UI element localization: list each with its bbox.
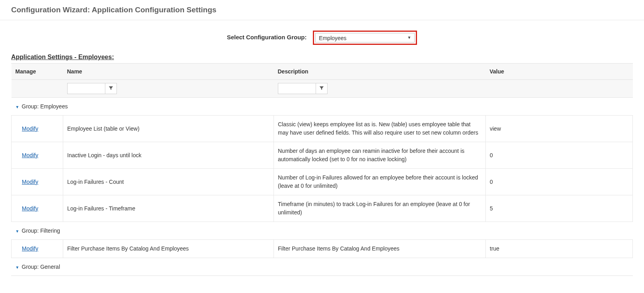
group-title: Group: General xyxy=(22,264,60,270)
modify-link[interactable]: Modify xyxy=(22,179,38,185)
cell-name: Log-in Failures - Timeframe xyxy=(63,195,274,222)
col-header-manage[interactable]: Manage xyxy=(12,64,63,80)
modify-link[interactable]: Modify xyxy=(22,205,38,212)
col-header-value[interactable]: Value xyxy=(486,64,633,80)
section-subheader: Application Settings - Employees: xyxy=(11,54,633,61)
config-group-highlight: Employees ▼ xyxy=(313,31,417,45)
wizard-header: Configuration Wizard: Application Config… xyxy=(0,0,644,20)
settings-row: ModifyLog-in Failures - TimeframeTimefra… xyxy=(12,195,633,222)
config-group-selector: Select Configuration Group: Employees ▼ xyxy=(0,31,644,45)
cell-description: Timeframe (in minutes) to track Log-in F… xyxy=(274,195,486,222)
cell-name: Log-in Failures - Count xyxy=(63,169,274,195)
cell-value: 5 xyxy=(486,195,633,222)
group-collapse-icon[interactable]: ▼ xyxy=(16,265,19,270)
grid-header-row: Manage Name Description Value xyxy=(12,64,633,80)
config-group-selected: Employees xyxy=(319,35,346,41)
modify-link[interactable]: Modify xyxy=(22,125,38,132)
group-header-row: ▼Group: General xyxy=(12,258,633,276)
cell-name: Inactive Login - days until lock xyxy=(63,142,274,169)
group-header-row: ▼Group: Filtering xyxy=(12,222,633,240)
group-collapse-icon[interactable]: ▼ xyxy=(16,105,19,109)
settings-row: ModifyInactive Login - days until lockNu… xyxy=(12,142,633,169)
col-header-description[interactable]: Description xyxy=(274,64,486,80)
config-group-dropdown[interactable]: Employees ▼ xyxy=(315,33,415,42)
funnel-icon xyxy=(109,85,113,92)
modify-link[interactable]: Modify xyxy=(22,245,38,252)
group-header-row: ▼Group: Employees xyxy=(12,98,633,116)
config-group-label: Select Configuration Group: xyxy=(227,34,307,40)
chevron-down-icon: ▼ xyxy=(407,33,411,42)
cell-description: Number of Log-in Failures allowed for an… xyxy=(274,169,486,195)
modify-link[interactable]: Modify xyxy=(22,152,38,158)
group-title: Group: Filtering xyxy=(22,227,60,234)
grid-filter-row xyxy=(12,80,633,98)
settings-row: ModifyLog-in Failures - CountNumber of L… xyxy=(12,169,633,195)
cell-name: Filter Purchase Items By Catalog And Emp… xyxy=(63,240,274,258)
cell-value: true xyxy=(486,240,633,258)
group-title: Group: Employees xyxy=(22,103,68,110)
col-header-name[interactable]: Name xyxy=(63,64,274,80)
cell-name: Employee List (table or View) xyxy=(63,116,274,142)
filter-description-button[interactable] xyxy=(316,83,328,94)
filter-description-input[interactable] xyxy=(278,83,316,94)
cell-description: Number of days an employee can reamin in… xyxy=(274,142,486,169)
settings-row: ModifyEmployee List (table or View)Class… xyxy=(12,116,633,142)
group-collapse-icon[interactable]: ▼ xyxy=(16,229,19,233)
settings-row: ModifyFilter Purchase Items By Catalog A… xyxy=(12,240,633,258)
settings-grid: Manage Name Description Value xyxy=(11,63,633,276)
cell-value: view xyxy=(486,116,633,142)
funnel-icon xyxy=(319,85,324,92)
cell-value: 0 xyxy=(486,169,633,195)
cell-description: Classic (view) keeps employee list as is… xyxy=(274,116,486,142)
cell-description: Filter Purchase Items By Catalog And Emp… xyxy=(274,240,486,258)
filter-name-input[interactable] xyxy=(67,83,105,94)
page-title: Configuration Wizard: Application Config… xyxy=(11,6,633,14)
cell-value: 0 xyxy=(486,142,633,169)
filter-name-button[interactable] xyxy=(105,83,117,94)
